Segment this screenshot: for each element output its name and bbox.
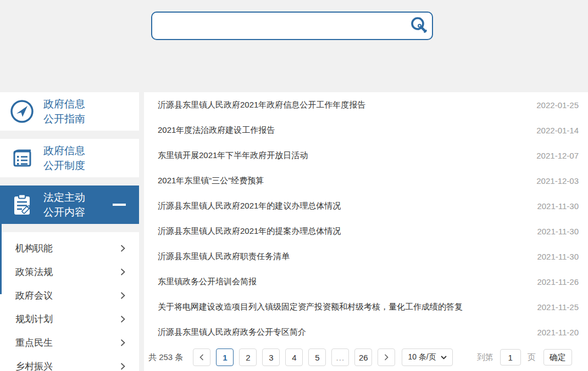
news-title[interactable]: 沂源县东里镇人民政府2021年的建议办理总体情况 <box>158 201 341 211</box>
sidebar-item-statutory-disclosure[interactable]: 法定主动 公开内容 <box>0 186 139 224</box>
news-list-item[interactable]: 沂源县东里镇人民政府2021年的提案办理总体情况2021-11-30 <box>144 218 588 244</box>
news-title[interactable]: 关于将电网建设改造项目列入镇级固定资产投资额和村级考核，量化工作成绩的答复 <box>158 302 463 312</box>
page-number-button[interactable]: 4 <box>285 348 303 366</box>
news-list-item[interactable]: 沂源县东里镇人民政府政务公开专区简介2021-11-20 <box>144 319 588 345</box>
news-date: 2021-11-20 <box>526 328 579 337</box>
news-title[interactable]: 沂源县东里镇人民政府2021年的提案办理总体情况 <box>158 226 341 237</box>
chevron-right-icon <box>120 268 126 276</box>
search-input[interactable] <box>152 13 407 39</box>
sidebar-subitem[interactable]: 规划计划 <box>0 307 139 331</box>
goto-page-unit-label: 页 <box>528 352 536 363</box>
news-date: 2021-11-26 <box>526 277 579 286</box>
sidebar-subitem-label: 乡村振兴 <box>15 360 53 371</box>
news-list-item[interactable]: 沂源县东里镇人民政府2021年的建议办理总体情况2021-11-30 <box>144 193 588 218</box>
chevron-right-icon <box>120 339 126 347</box>
goto-page-label: 到第 <box>477 352 493 363</box>
news-date: 2021-11-30 <box>526 252 579 261</box>
clipboard-pen-icon <box>9 192 35 217</box>
sidebar-subitem-label: 政策法规 <box>15 266 53 278</box>
sidebar-subitem-label: 规划计划 <box>15 313 53 325</box>
prev-page-button[interactable] <box>193 348 210 366</box>
sidebar-item-label: 法定主动 公开内容 <box>43 190 85 220</box>
chevron-right-icon <box>120 315 126 323</box>
page-number-button[interactable]: 2 <box>239 348 257 366</box>
page-number-button[interactable]: 26 <box>354 348 372 366</box>
news-title[interactable]: 沂源县东里镇人民政府职责任务清单 <box>158 251 290 262</box>
sidebar-item-gov-info-guide[interactable]: 政府信息 公开指南 <box>0 92 139 131</box>
goto-page-input[interactable] <box>500 349 521 366</box>
news-title[interactable]: 沂源县东里镇人民政府政务公开专区简介 <box>158 327 306 338</box>
page-size-value: 10 条/页 <box>408 352 436 362</box>
page-number-button[interactable]: 1 <box>216 348 234 366</box>
news-list-item[interactable]: 东里镇开展2021年下半年政府开放日活动2021-12-07 <box>144 143 588 168</box>
page-ellipsis-button[interactable]: ... <box>331 348 349 366</box>
chevron-right-icon <box>120 244 126 252</box>
goto-confirm-button[interactable]: 确定 <box>543 349 572 366</box>
sidebar-item-label: 政府信息 公开指南 <box>43 97 85 126</box>
sidebar-accent-line <box>0 224 2 294</box>
sidebar-subitem[interactable]: 政府会议 <box>0 284 139 307</box>
news-title[interactable]: 东里镇开展2021年下半年政府开放日活动 <box>158 150 308 161</box>
page-number-button[interactable]: 5 <box>308 348 326 366</box>
chevron-right-icon <box>120 362 126 370</box>
news-date: 2021-12-07 <box>525 151 579 160</box>
sidebar-item-gov-info-system[interactable]: 政府信息 公开制度 <box>0 139 139 177</box>
chevron-right-icon <box>383 353 390 361</box>
chevron-left-icon <box>198 353 205 361</box>
chevron-right-icon <box>120 291 126 300</box>
pagination-bar: 共 253 条 12345...26 10 条/页 到第 页 确定 <box>144 345 588 370</box>
compass-icon <box>9 99 35 124</box>
news-list-item[interactable]: 2021年度法治政府建设工作报告2022-01-14 <box>144 117 588 143</box>
news-date: 2021-11-25 <box>526 302 579 312</box>
next-page-button[interactable] <box>378 348 395 366</box>
news-title[interactable]: 沂源县东里镇人民政府2021年政府信息公开工作年度报告 <box>158 100 365 110</box>
notebook-icon <box>9 145 35 171</box>
news-date: 2021-12-03 <box>525 176 579 186</box>
news-list-item[interactable]: 东里镇政务公开培训会简报2021-11-26 <box>144 269 588 294</box>
page-number-buttons: 12345...26 <box>216 348 378 366</box>
sidebar-subitem[interactable]: 政策法规 <box>0 260 139 284</box>
sidebar-subitem[interactable]: 重点民生 <box>0 331 139 355</box>
sidebar-subitem-label: 重点民生 <box>15 336 53 349</box>
news-list-item[interactable]: 2021年东里镇“三公”经费预算2021-12-03 <box>144 168 588 193</box>
news-title[interactable]: 2021年东里镇“三公”经费预算 <box>158 176 264 186</box>
news-date: 2022-01-25 <box>525 100 579 110</box>
news-list-item[interactable]: 沂源县东里镇人民政府2021年政府信息公开工作年度报告2022-01-25 <box>144 92 588 117</box>
search-button[interactable] <box>407 13 432 39</box>
news-date: 2021-11-30 <box>526 227 579 236</box>
search-icon <box>409 16 429 36</box>
sidebar-item-label: 政府信息 公开制度 <box>43 143 85 173</box>
sidebar-subitem-label: 机构职能 <box>15 242 53 255</box>
page-number-button[interactable]: 3 <box>262 348 280 366</box>
news-list-item[interactable]: 沂源县东里镇人民政府职责任务清单2021-11-30 <box>144 244 588 269</box>
page-size-select[interactable]: 10 条/页 <box>402 348 452 366</box>
news-date: 2022-01-14 <box>525 126 579 135</box>
news-date: 2021-11-30 <box>526 201 579 211</box>
content-panel: 沂源县东里镇人民政府2021年政府信息公开工作年度报告2022-01-25202… <box>144 92 588 371</box>
news-list: 沂源县东里镇人民政府2021年政府信息公开工作年度报告2022-01-25202… <box>144 92 588 345</box>
total-count-label: 共 253 条 <box>148 352 183 363</box>
sidebar-submenu: 机构职能政策法规政府会议规划计划重点民生乡村振兴 <box>0 232 139 371</box>
sidebar-subitem-label: 政府会议 <box>15 289 53 302</box>
search-box <box>151 12 433 40</box>
chevron-down-icon <box>441 356 447 359</box>
sidebar-subitem[interactable]: 机构职能 <box>0 237 139 260</box>
sidebar: 政府信息 公开指南 政府信息 公开制度 <box>0 92 139 371</box>
news-title[interactable]: 2021年度法治政府建设工作报告 <box>158 125 275 136</box>
sidebar-subitem[interactable]: 乡村振兴 <box>0 355 139 371</box>
collapse-minus-indicator[interactable] <box>113 204 126 206</box>
news-title[interactable]: 东里镇政务公开培训会简报 <box>158 277 257 287</box>
news-list-item[interactable]: 关于将电网建设改造项目列入镇级固定资产投资额和村级考核，量化工作成绩的答复202… <box>144 294 588 319</box>
